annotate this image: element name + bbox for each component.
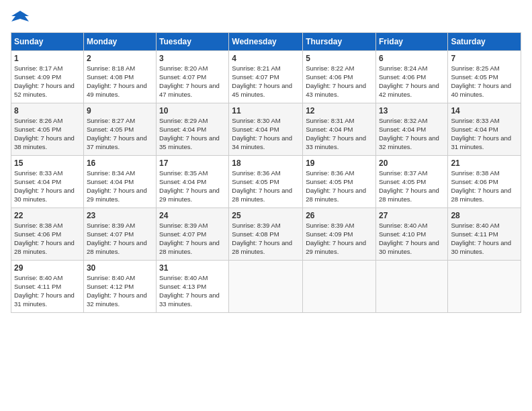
sunrise-text: Sunrise: 8:21 AM — [232, 64, 280, 72]
weekday-header-saturday: Saturday — [448, 33, 521, 51]
sunset-text: Sunset: 4:04 PM — [159, 126, 206, 133]
sunset-text: Sunset: 4:04 PM — [451, 126, 498, 133]
day-number: 13 — [379, 105, 445, 116]
day-number: 31 — [159, 263, 226, 273]
sunset-text: Sunset: 4:04 PM — [306, 126, 353, 133]
daylight-text: Daylight: 7 hours and 28 minutes. — [87, 239, 147, 255]
page-header — [11, 11, 521, 24]
sunrise-text: Sunrise: 8:30 AM — [232, 117, 280, 124]
daylight-text: Daylight: 7 hours and 28 minutes. — [379, 187, 439, 203]
calendar-cell: 20Sunrise: 8:37 AMSunset: 4:05 PMDayligh… — [375, 156, 447, 208]
sunrise-text: Sunrise: 8:20 AM — [159, 64, 208, 72]
day-number: 11 — [232, 105, 300, 116]
sunrise-text: Sunrise: 8:25 AM — [451, 64, 499, 72]
day-number: 18 — [232, 158, 300, 169]
calendar-cell: 15Sunrise: 8:33 AMSunset: 4:04 PMDayligh… — [11, 156, 84, 208]
day-number: 22 — [14, 210, 81, 221]
sunset-text: Sunset: 4:07 PM — [159, 73, 206, 81]
logo-bird-icon — [11, 9, 29, 27]
day-number: 2 — [87, 53, 153, 64]
sunset-text: Sunset: 4:04 PM — [379, 126, 426, 133]
day-number: 28 — [451, 210, 518, 221]
day-number: 21 — [451, 158, 518, 169]
calendar-cell: 7Sunrise: 8:25 AMSunset: 4:05 PMDaylight… — [448, 51, 521, 103]
daylight-text: Daylight: 7 hours and 35 minutes. — [159, 134, 220, 150]
calendar-cell: 22Sunrise: 8:38 AMSunset: 4:06 PMDayligh… — [11, 208, 84, 261]
page-container: SundayMondayTuesdayWednesdayThursdayFrid… — [0, 0, 532, 318]
sunset-text: Sunset: 4:04 PM — [232, 126, 279, 133]
sunset-text: Sunset: 4:09 PM — [306, 230, 353, 238]
daylight-text: Daylight: 7 hours and 45 minutes. — [232, 82, 292, 98]
calendar-table: SundayMondayTuesdayWednesdayThursdayFrid… — [11, 32, 521, 313]
daylight-text: Daylight: 7 hours and 31 minutes. — [451, 134, 511, 150]
daylight-text: Daylight: 7 hours and 30 minutes. — [14, 187, 75, 203]
calendar-cell: 23Sunrise: 8:39 AMSunset: 4:07 PMDayligh… — [83, 208, 156, 261]
calendar-week-2: 8Sunrise: 8:26 AMSunset: 4:05 PMDaylight… — [11, 103, 521, 156]
calendar-cell: 11Sunrise: 8:30 AMSunset: 4:04 PMDayligh… — [229, 103, 303, 156]
day-number: 1 — [14, 53, 81, 64]
calendar-cell: 13Sunrise: 8:32 AMSunset: 4:04 PMDayligh… — [375, 103, 447, 156]
sunset-text: Sunset: 4:06 PM — [451, 178, 498, 185]
sunset-text: Sunset: 4:09 PM — [14, 73, 61, 81]
sunrise-text: Sunrise: 8:35 AM — [159, 169, 208, 177]
sunrise-text: Sunrise: 8:40 AM — [379, 222, 427, 229]
daylight-text: Daylight: 7 hours and 52 minutes. — [14, 82, 75, 98]
day-number: 6 — [379, 53, 445, 64]
calendar-cell: 17Sunrise: 8:35 AMSunset: 4:04 PMDayligh… — [157, 156, 229, 208]
day-number: 3 — [159, 53, 226, 64]
sunrise-text: Sunrise: 8:36 AM — [232, 169, 280, 177]
day-number: 8 — [14, 105, 81, 116]
daylight-text: Daylight: 7 hours and 28 minutes. — [159, 239, 220, 255]
calendar-week-4: 22Sunrise: 8:38 AMSunset: 4:06 PMDayligh… — [11, 208, 521, 261]
day-number: 16 — [87, 158, 153, 169]
calendar-cell: 5Sunrise: 8:22 AMSunset: 4:06 PMDaylight… — [303, 51, 376, 103]
sunrise-text: Sunrise: 8:18 AM — [87, 64, 135, 72]
sunrise-text: Sunrise: 8:39 AM — [232, 222, 280, 229]
sunrise-text: Sunrise: 8:40 AM — [87, 274, 135, 281]
sunset-text: Sunset: 4:05 PM — [14, 126, 61, 133]
day-number: 10 — [159, 105, 226, 116]
weekday-header-sunday: Sunday — [11, 33, 84, 51]
daylight-text: Daylight: 7 hours and 28 minutes. — [232, 239, 292, 255]
sunrise-text: Sunrise: 8:38 AM — [14, 222, 62, 229]
calendar-cell: 19Sunrise: 8:36 AMSunset: 4:05 PMDayligh… — [303, 156, 376, 208]
sunset-text: Sunset: 4:08 PM — [87, 73, 134, 81]
calendar-cell: 24Sunrise: 8:39 AMSunset: 4:07 PMDayligh… — [157, 208, 229, 261]
sunrise-text: Sunrise: 8:22 AM — [306, 64, 354, 72]
daylight-text: Daylight: 7 hours and 47 minutes. — [159, 82, 220, 98]
calendar-cell: 21Sunrise: 8:38 AMSunset: 4:06 PMDayligh… — [448, 156, 521, 208]
calendar-cell — [448, 261, 521, 313]
sunrise-text: Sunrise: 8:34 AM — [87, 169, 135, 177]
calendar-cell: 26Sunrise: 8:39 AMSunset: 4:09 PMDayligh… — [303, 208, 376, 261]
calendar-cell — [303, 261, 376, 313]
sunset-text: Sunset: 4:12 PM — [87, 283, 134, 290]
calendar-cell: 2Sunrise: 8:18 AMSunset: 4:08 PMDaylight… — [83, 51, 156, 103]
calendar-cell: 25Sunrise: 8:39 AMSunset: 4:08 PMDayligh… — [229, 208, 303, 261]
calendar-cell: 27Sunrise: 8:40 AMSunset: 4:10 PMDayligh… — [375, 208, 447, 261]
sunset-text: Sunset: 4:10 PM — [379, 230, 426, 238]
calendar-cell: 3Sunrise: 8:20 AMSunset: 4:07 PMDaylight… — [157, 51, 229, 103]
sunrise-text: Sunrise: 8:40 AM — [14, 274, 62, 281]
daylight-text: Daylight: 7 hours and 33 minutes. — [159, 291, 220, 308]
daylight-text: Daylight: 7 hours and 34 minutes. — [232, 134, 292, 150]
daylight-text: Daylight: 7 hours and 30 minutes. — [379, 239, 439, 255]
daylight-text: Daylight: 7 hours and 37 minutes. — [87, 134, 147, 150]
sunrise-text: Sunrise: 8:39 AM — [306, 222, 354, 229]
calendar-cell — [375, 261, 447, 313]
day-number: 7 — [451, 53, 518, 64]
sunset-text: Sunset: 4:05 PM — [379, 178, 426, 185]
calendar-week-5: 29Sunrise: 8:40 AMSunset: 4:11 PMDayligh… — [11, 261, 521, 313]
calendar-cell: 14Sunrise: 8:33 AMSunset: 4:04 PMDayligh… — [448, 103, 521, 156]
sunrise-text: Sunrise: 8:29 AM — [159, 117, 208, 124]
sunset-text: Sunset: 4:08 PM — [232, 230, 279, 238]
day-number: 26 — [306, 210, 373, 221]
sunrise-text: Sunrise: 8:32 AM — [379, 117, 427, 124]
sunset-text: Sunset: 4:04 PM — [159, 178, 206, 185]
sunset-text: Sunset: 4:05 PM — [306, 178, 353, 185]
daylight-text: Daylight: 7 hours and 42 minutes. — [379, 82, 439, 98]
day-number: 24 — [159, 210, 226, 221]
calendar-cell: 29Sunrise: 8:40 AMSunset: 4:11 PMDayligh… — [11, 261, 84, 313]
day-number: 17 — [159, 158, 226, 169]
weekday-header-friday: Friday — [375, 33, 447, 51]
calendar-cell: 8Sunrise: 8:26 AMSunset: 4:05 PMDaylight… — [11, 103, 84, 156]
